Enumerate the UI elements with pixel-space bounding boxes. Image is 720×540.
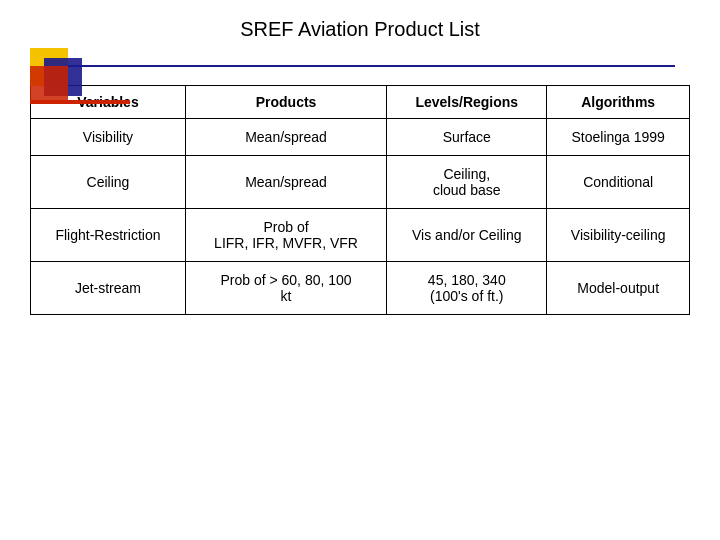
cell-levels: Ceiling,cloud base [387,156,547,209]
cell-product: Mean/spread [185,156,386,209]
cell-variable: Ceiling [31,156,186,209]
logo-red-square [30,66,68,104]
table-row: CeilingMean/spreadCeiling,cloud baseCond… [31,156,690,209]
table-row: VisibilityMean/spreadSurfaceStoelinga 19… [31,119,690,156]
table-row: Flight-RestrictionProb ofLIFR, IFR, MVFR… [31,209,690,262]
cell-product: Prob of > 60, 80, 100kt [185,262,386,315]
divider-line [45,65,675,67]
cell-levels: Surface [387,119,547,156]
cell-algorithm: Stoelinga 1999 [547,119,690,156]
col-header-algorithms: Algorithms [547,86,690,119]
logo-line [30,100,130,104]
table-row: Jet-streamProb of > 60, 80, 100kt45, 180… [31,262,690,315]
cell-product: Prob ofLIFR, IFR, MVFR, VFR [185,209,386,262]
cell-levels: Vis and/or Ceiling [387,209,547,262]
cell-variable: Flight-Restriction [31,209,186,262]
cell-algorithm: Conditional [547,156,690,209]
col-header-levels: Levels/Regions [387,86,547,119]
logo-area [30,48,130,113]
page-title: SREF Aviation Product List [240,18,480,41]
cell-variable: Visibility [31,119,186,156]
cell-product: Mean/spread [185,119,386,156]
cell-algorithm: Model-output [547,262,690,315]
cell-variable: Jet-stream [31,262,186,315]
product-table: Variables Products Levels/Regions Algori… [30,85,690,315]
table-wrapper: Variables Products Levels/Regions Algori… [30,85,690,315]
page-container: SREF Aviation Product List Variables Pro… [0,0,720,540]
col-header-products: Products [185,86,386,119]
cell-levels: 45, 180, 340(100's of ft.) [387,262,547,315]
cell-algorithm: Visibility-ceiling [547,209,690,262]
